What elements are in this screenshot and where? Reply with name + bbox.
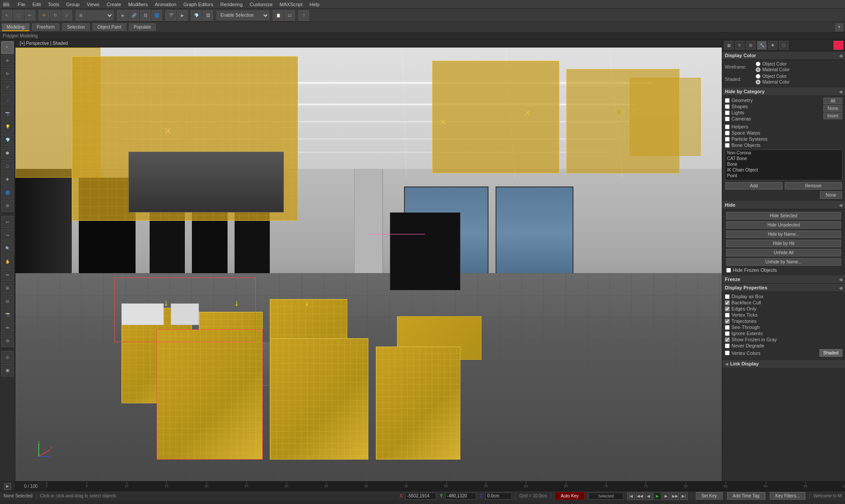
anim-next-btn[interactable]: ▶▶ — [671, 492, 679, 500]
hbc-invert-btn[interactable]: Invert — [823, 113, 842, 119]
z-coord-input[interactable] — [485, 493, 512, 500]
viewport-3d[interactable]: ↓ ↓ ↓ X Y Z ✕ ✕ ✕ ✕ — [15, 47, 722, 481]
tool-spacing[interactable]: ⇹ — [1, 321, 14, 334]
link-tool[interactable]: 🔗 — [129, 10, 139, 21]
hbc-bones-check[interactable] — [725, 143, 730, 148]
reference-coord[interactable]: ⊞ — [76, 10, 86, 21]
tool-mirror[interactable]: ⇔ — [1, 269, 14, 281]
anim-start-btn[interactable]: |◀ — [627, 492, 635, 500]
scene-explorer[interactable]: 🗂 — [284, 10, 295, 21]
quick-render[interactable]: ▶ — [177, 10, 187, 21]
dp-check-ignore-extents[interactable] — [725, 331, 730, 336]
dp-check-show-frozen-in-gray[interactable] — [725, 337, 730, 342]
hbc-all-btn[interactable]: All — [823, 98, 842, 104]
unhide-by-name-btn[interactable]: Unhide by Name... — [726, 258, 841, 266]
dp-check-display-as-box[interactable] — [725, 294, 730, 299]
tool-spacewarp[interactable]: 🌀 — [1, 186, 14, 199]
timeline-play-btn[interactable]: ▶ — [4, 483, 11, 490]
none-btn[interactable]: None — [820, 191, 842, 199]
hide-section-header[interactable]: Hide ◀ — [722, 201, 845, 209]
unlink-tool[interactable]: ⛓ — [140, 10, 151, 21]
list-item-noncorona[interactable]: Non-Corona — [725, 150, 842, 156]
material-editor[interactable]: 💎 — [191, 10, 202, 21]
tool-snapshot[interactable]: 📸 — [1, 308, 14, 321]
tool-camera[interactable]: 📷 — [1, 107, 14, 120]
menu-item-create[interactable]: Create — [103, 0, 125, 8]
select-region[interactable]: ⬚ — [13, 10, 24, 21]
dp-check-see-through[interactable] — [725, 325, 730, 330]
dp-check-edges-only[interactable] — [725, 307, 730, 311]
tool-systems[interactable]: ⚙ — [1, 200, 14, 212]
hide-unselected-btn[interactable]: Hide Unselected — [726, 221, 841, 229]
tool-helper[interactable]: ✚ — [1, 173, 14, 186]
tool-undo[interactable]: ↩ — [1, 216, 14, 228]
tool-light[interactable]: 💡 — [1, 121, 14, 133]
y-coord-input[interactable] — [445, 493, 476, 500]
tool-zoom[interactable]: 🔍 — [1, 242, 14, 255]
menu-item-tools[interactable]: Tools — [44, 0, 63, 8]
list-item-point[interactable]: Point — [725, 173, 842, 179]
wire-object-radio[interactable] — [756, 62, 760, 66]
menu-item-views[interactable]: Views — [83, 0, 103, 8]
tool-isolate[interactable]: ◎ — [1, 351, 14, 363]
help-btn[interactable]: ? — [298, 10, 309, 21]
panel-icon-motion[interactable]: ↻ — [735, 41, 745, 50]
list-item-ikchain[interactable]: IK Chain Object — [725, 167, 842, 173]
tab-modeling[interactable]: Modeling — [2, 23, 29, 31]
shade-object-radio[interactable] — [756, 74, 760, 79]
panel-icon-utilities[interactable]: 🔧 — [757, 41, 767, 50]
hbc-geometry-check[interactable] — [725, 98, 730, 103]
list-item-bone[interactable]: Bone — [725, 161, 842, 167]
tool-move[interactable]: ✛ — [1, 55, 14, 67]
dp-check-backface-cull[interactable] — [725, 300, 730, 305]
freeze-section-header[interactable]: Freeze ◀ — [722, 275, 845, 284]
dp-check-trajectories[interactable] — [725, 319, 730, 324]
menu-item-modifiers[interactable]: Modifiers — [125, 0, 151, 8]
panel-icon-display[interactable]: ▦ — [724, 41, 734, 50]
remove-btn[interactable]: Remove — [785, 182, 842, 190]
dp-check-never-degrade[interactable] — [725, 343, 730, 348]
menu-item-file[interactable]: File — [14, 0, 29, 8]
x-coord-input[interactable] — [405, 493, 436, 500]
key-filters-btn[interactable]: Key Filters... — [770, 492, 806, 500]
tool-select[interactable]: ↖ — [1, 41, 14, 54]
move-tool[interactable]: ✛ — [39, 10, 49, 21]
render-btn[interactable]: 🎬 — [165, 10, 176, 21]
unhide-all-btn[interactable]: Unhide All — [726, 249, 841, 256]
menu-item-rendering[interactable]: Rendering — [217, 0, 246, 8]
object-list-box[interactable]: Non-Corona CAT Bone Bone IK Chain Object… — [725, 150, 842, 180]
more-options[interactable]: ▼ — [835, 23, 843, 31]
hbc-spacewarps-check[interactable] — [725, 131, 730, 135]
rotate-tool[interactable]: ↻ — [50, 10, 61, 21]
wire-material-radio[interactable] — [756, 67, 760, 72]
display-color-section-header[interactable]: Display Color ◀ — [722, 51, 845, 60]
menu-item-maxscript[interactable]: MAXScript — [276, 0, 306, 8]
panel-icon-hierarchy[interactable]: ⊞ — [746, 41, 756, 50]
tool-material[interactable]: 💎 — [1, 134, 14, 146]
menu-item-file[interactable]: 3DS — [2, 0, 14, 8]
auto-key-btn[interactable]: Auto Key — [555, 492, 584, 500]
anim-play-btn[interactable]: ▶ — [654, 492, 661, 500]
hide-by-hit-btn[interactable]: Hide by Hit — [726, 240, 841, 247]
menu-item-help[interactable]: Help — [306, 0, 323, 8]
tool-shape[interactable]: ⬟ — [1, 147, 14, 159]
select-tool[interactable]: ↖ — [2, 10, 12, 21]
hide-by-name-btn[interactable]: Hide by Name... — [726, 230, 841, 238]
hide-by-category-header[interactable]: Hide by Category ◀ — [722, 88, 845, 96]
hbc-shapes-check[interactable] — [725, 104, 730, 109]
tool-group[interactable]: ▣ — [1, 364, 14, 376]
bind-space-warp[interactable]: 🌀 — [151, 10, 162, 21]
view-mode-dropdown[interactable]: View — [87, 11, 114, 20]
tool-scale[interactable]: ⤢ — [1, 81, 14, 93]
dp-check-vertex-ticks[interactable] — [725, 313, 730, 318]
color-swatch[interactable] — [834, 41, 843, 50]
shaded-button[interactable]: Shaded — [819, 349, 842, 357]
list-item-catbone[interactable]: CAT Bone — [725, 156, 842, 161]
anim-prev-btn[interactable]: ◀◀ — [636, 492, 644, 500]
freehand-select[interactable]: ✏ — [25, 10, 35, 21]
anim-end-btn[interactable]: ▶| — [680, 492, 688, 500]
menu-item-graph editors[interactable]: Graph Editors — [180, 0, 217, 8]
shade-material-radio[interactable] — [756, 80, 760, 84]
scale-tool[interactable]: ⤢ — [62, 10, 72, 21]
panel-icon-create[interactable]: ✚ — [768, 41, 778, 50]
